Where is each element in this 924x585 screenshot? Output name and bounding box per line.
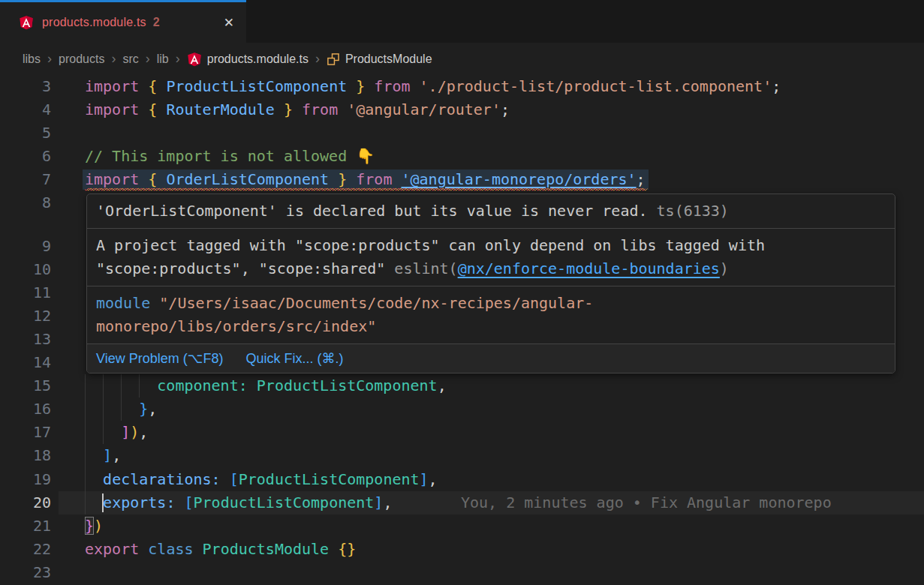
code-token: , xyxy=(429,470,438,488)
code-token: ) xyxy=(130,423,139,441)
code-token xyxy=(85,423,121,441)
code-token: import xyxy=(85,100,139,118)
code-token: } xyxy=(356,77,365,95)
code-token xyxy=(411,77,420,95)
code-token: class xyxy=(148,540,193,558)
code-token: from xyxy=(302,100,338,118)
hover-text: ) xyxy=(720,260,729,278)
code-token xyxy=(139,77,148,95)
code-line-text[interactable]: export class ProductsModule {} xyxy=(85,538,356,561)
code-token xyxy=(157,170,166,188)
breadcrumb-item-products[interactable]: products xyxy=(59,52,104,66)
breadcrumb-item-products-module-ts[interactable]: products.module.ts xyxy=(187,52,309,67)
code-line-text[interactable]: }) xyxy=(85,514,103,538)
code-line-text[interactable]: import { RouterModule } from '@angular/r… xyxy=(85,98,510,122)
code-token: '@angular/router' xyxy=(347,100,501,118)
code-line: 7import { OrderListComponent } from '@an… xyxy=(0,168,924,191)
line-number[interactable]: 21 xyxy=(0,514,51,538)
code-token: OrderListComponent xyxy=(166,170,329,188)
code-token: component: xyxy=(157,376,247,394)
code-token: './product-list/product-list.component' xyxy=(420,77,772,95)
code-token xyxy=(248,376,257,394)
code-token: ] xyxy=(420,470,429,488)
line-number[interactable]: 5 xyxy=(0,122,51,145)
code-token: from xyxy=(356,170,392,188)
line-number[interactable]: 23 xyxy=(0,561,51,584)
code-token: , xyxy=(148,400,157,418)
breadcrumb-item-src[interactable]: src xyxy=(122,52,138,66)
class-icon xyxy=(327,52,340,66)
code-token: } xyxy=(284,100,293,118)
tab-title: products.module.ts xyxy=(42,16,146,29)
code-line-text[interactable]: component: ProductListComponent, xyxy=(85,374,447,398)
code-line-text[interactable]: ]), xyxy=(85,421,148,444)
code-line-text[interactable]: ], xyxy=(85,444,121,467)
close-icon[interactable]: ✕ xyxy=(224,16,234,29)
code-line-text[interactable]: import { ProductListComponent } from './… xyxy=(85,75,781,98)
code-line-text[interactable]: import { OrderListComponent } from '@ang… xyxy=(85,168,646,191)
hover-text: module xyxy=(96,294,150,312)
code-line-text[interactable]: exports: [ProductListComponent], xyxy=(85,491,392,514)
eslint-rule-link[interactable]: @nx/enforce-module-boundaries xyxy=(458,260,720,278)
line-number[interactable]: 22 xyxy=(0,538,51,561)
code-token: ) xyxy=(94,517,103,535)
breadcrumb-item-libs[interactable]: libs xyxy=(23,52,41,66)
code-token xyxy=(293,100,302,118)
line-number[interactable]: 6 xyxy=(0,145,51,168)
text-cursor xyxy=(102,494,104,512)
line-number[interactable]: 19 xyxy=(0,468,51,491)
line-number[interactable]: 7 xyxy=(0,168,51,191)
breadcrumb-item-productsmodule[interactable]: ProductsModule xyxy=(327,52,432,66)
hover-text-line: module "/Users/isaac/Documents/code/nx-r… xyxy=(96,292,886,315)
breadcrumb-separator-icon: › xyxy=(47,52,52,67)
code-token xyxy=(365,77,374,95)
code-line: 3import { ProductListComponent } from '.… xyxy=(0,75,924,98)
line-number[interactable]: 8 xyxy=(0,191,51,214)
tab-products-module[interactable]: products.module.ts 2 ✕ xyxy=(0,0,246,43)
code-token: { xyxy=(148,77,157,95)
code-line-text[interactable]: declarations: [ProductListComponent], xyxy=(85,468,438,491)
hover-text-line: 'OrderListComponent' is declared but its… xyxy=(96,200,886,223)
line-number[interactable]: 4 xyxy=(0,98,51,122)
line-number[interactable]: 15 xyxy=(0,374,51,398)
code-token xyxy=(329,540,338,558)
code-line-text[interactable]: }, xyxy=(85,398,157,421)
code-token: [ xyxy=(230,470,239,488)
code-token xyxy=(329,170,338,188)
code-token xyxy=(175,494,184,512)
code-token xyxy=(338,100,347,118)
line-number[interactable]: 10 xyxy=(0,258,51,281)
line-number[interactable]: 11 xyxy=(0,281,51,304)
code-token: import xyxy=(85,170,139,188)
diagnostic-hover-popup: 'OrderListComponent' is declared but its… xyxy=(86,194,895,374)
line-number[interactable]: 13 xyxy=(0,328,51,351)
code-token: , xyxy=(438,376,447,394)
code-token: declarations: xyxy=(103,470,221,488)
hover-text: ts(6133) xyxy=(657,202,729,220)
tab-bar: products.module.ts 2 ✕ xyxy=(0,0,924,43)
code-token xyxy=(194,540,203,558)
view-problem-action[interactable]: View Problem (⌥F8) xyxy=(96,350,223,367)
line-number[interactable]: 9 xyxy=(0,235,51,258)
quick-fix-action[interactable]: Quick Fix... (⌘.) xyxy=(245,350,343,367)
hover-text: 'OrderListComponent' is declared but its… xyxy=(96,202,657,220)
line-number[interactable]: 12 xyxy=(0,304,51,328)
code-token xyxy=(139,100,148,118)
code-line: 21}) xyxy=(0,514,924,538)
code-line-text[interactable]: // This import is not allowed 👇 xyxy=(85,145,375,168)
code-token: // This import is not allowed xyxy=(85,147,356,165)
code-token xyxy=(139,540,148,558)
module-link[interactable]: '@angular-monorepo/orders' xyxy=(402,170,637,188)
breadcrumb-item-lib[interactable]: lib xyxy=(157,52,169,66)
line-number[interactable]: 14 xyxy=(0,351,51,374)
breadcrumb-separator-icon: › xyxy=(111,52,116,67)
line-number[interactable]: 20 xyxy=(0,491,51,514)
line-number[interactable]: 18 xyxy=(0,444,51,467)
line-number[interactable]: 17 xyxy=(0,421,51,444)
code-line: 4import { RouterModule } from '@angular/… xyxy=(0,98,924,122)
hover-actions-bar: View Problem (⌥F8)Quick Fix... (⌘.) xyxy=(87,344,895,373)
line-number[interactable]: 3 xyxy=(0,75,51,98)
code-line: 22export class ProductsModule {} xyxy=(0,538,924,561)
line-number[interactable]: 16 xyxy=(0,398,51,421)
code-line: 6// This import is not allowed 👇 xyxy=(0,145,924,168)
